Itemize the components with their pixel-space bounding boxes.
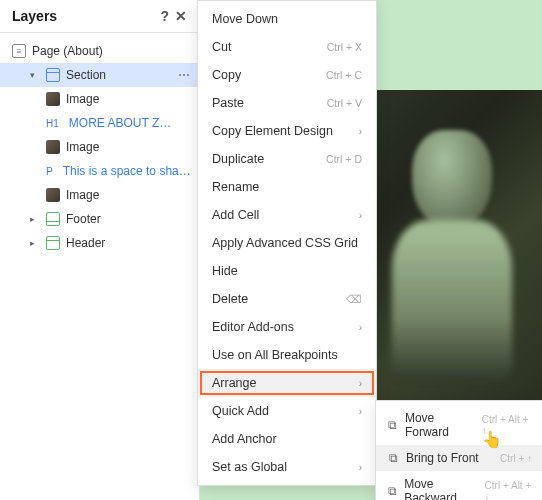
submenu-item-bring-to-front[interactable]: ⧉Bring to FrontCtrl + ↑: [376, 445, 542, 471]
layer-label: This is a space to sha…: [63, 164, 191, 178]
submenu-item-move-forward[interactable]: ⧉Move ForwardCtrl + Alt + ↑: [376, 405, 542, 445]
submenu-item-label: Bring to Front: [406, 451, 479, 465]
submenu-item-move-backward[interactable]: ⧉Move BackwardCtrl + Alt + ↓: [376, 471, 542, 500]
caret-right-icon[interactable]: ▸: [30, 214, 40, 224]
layer-label: Page (About): [32, 44, 103, 58]
image-thumb-icon: [46, 92, 60, 106]
layer-heading[interactable]: H1 MORE ABOUT Z…: [0, 111, 199, 135]
menu-item-label: Copy: [212, 68, 241, 82]
menu-item-label: Editor Add-ons: [212, 320, 294, 334]
page-icon: ≡: [12, 44, 26, 58]
menu-item-label: Duplicate: [212, 152, 264, 166]
chevron-right-icon: ›: [359, 406, 362, 417]
layer-order-icon: ⧉: [386, 451, 400, 465]
menu-item-label: Quick Add: [212, 404, 269, 418]
menu-item-cut[interactable]: CutCtrl + X: [198, 33, 376, 61]
h1-tag-icon: H1: [46, 118, 59, 129]
menu-item-set-as-global[interactable]: Set as Global›: [198, 453, 376, 481]
layer-label: MORE ABOUT Z…: [69, 116, 171, 130]
menu-item-apply-advanced-css-grid[interactable]: Apply Advanced CSS Grid: [198, 229, 376, 257]
chevron-right-icon: ›: [359, 126, 362, 137]
menu-item-label: Copy Element Design: [212, 124, 333, 138]
layer-image[interactable]: Image: [0, 135, 199, 159]
menu-item-editor-add-ons[interactable]: Editor Add-ons›: [198, 313, 376, 341]
layer-label: Image: [66, 188, 99, 202]
layer-paragraph[interactable]: P This is a space to sha…: [0, 159, 199, 183]
panel-title: Layers: [12, 8, 57, 24]
more-icon[interactable]: ⋯: [178, 68, 191, 82]
menu-item-rename[interactable]: Rename: [198, 173, 376, 201]
caret-down-icon[interactable]: ▾: [30, 70, 40, 80]
menu-item-delete[interactable]: Delete⌫: [198, 285, 376, 313]
submenu-shortcut: Ctrl + Alt + ↑: [482, 414, 532, 436]
menu-item-move-down[interactable]: Move Down: [198, 5, 376, 33]
menu-item-paste[interactable]: PasteCtrl + V: [198, 89, 376, 117]
submenu-item-label: Move Backward: [404, 477, 478, 500]
menu-item-label: Apply Advanced CSS Grid: [212, 236, 358, 250]
header-icon: [46, 236, 60, 250]
chevron-right-icon: ›: [359, 210, 362, 221]
caret-right-icon[interactable]: ▸: [30, 238, 40, 248]
menu-item-label: Use on All Breakpoints: [212, 348, 338, 362]
p-tag-icon: P: [46, 166, 53, 177]
image-thumb-icon: [46, 140, 60, 154]
menu-item-copy-element-design[interactable]: Copy Element Design›: [198, 117, 376, 145]
menu-item-add-anchor[interactable]: Add Anchor: [198, 425, 376, 453]
submenu-item-label: Move Forward: [405, 411, 476, 439]
menu-item-add-cell[interactable]: Add Cell›: [198, 201, 376, 229]
layer-footer[interactable]: ▸ Footer: [0, 207, 199, 231]
layer-image[interactable]: Image: [0, 87, 199, 111]
submenu-shortcut: Ctrl + Alt + ↓: [485, 480, 532, 500]
layer-label: Header: [66, 236, 105, 250]
layer-label: Footer: [66, 212, 101, 226]
layer-page[interactable]: ≡ Page (About): [0, 39, 199, 63]
menu-item-label: Paste: [212, 96, 244, 110]
menu-shortcut: Ctrl + C: [326, 69, 362, 81]
layer-section[interactable]: ▾ Section ⋯: [0, 63, 199, 87]
arrange-submenu[interactable]: ⧉Move ForwardCtrl + Alt + ↑⧉Bring to Fro…: [375, 400, 542, 500]
menu-item-label: Move Down: [212, 12, 278, 26]
menu-shortcut: ⌫: [346, 293, 362, 305]
menu-item-copy[interactable]: CopyCtrl + C: [198, 61, 376, 89]
section-icon: [46, 68, 60, 82]
menu-shortcut: Ctrl + D: [326, 153, 362, 165]
menu-item-arrange[interactable]: Arrange›: [198, 369, 376, 397]
image-thumb-icon: [46, 188, 60, 202]
chevron-right-icon: ›: [359, 322, 362, 333]
menu-item-label: Add Cell: [212, 208, 259, 222]
layer-order-icon: ⧉: [386, 484, 398, 498]
chevron-right-icon: ›: [359, 378, 362, 389]
layer-label: Image: [66, 92, 99, 106]
chevron-right-icon: ›: [359, 462, 362, 473]
menu-item-label: Arrange: [212, 376, 256, 390]
menu-shortcut: Ctrl + V: [327, 97, 362, 109]
submenu-shortcut: Ctrl + ↑: [500, 453, 532, 464]
menu-item-label: Rename: [212, 180, 259, 194]
menu-item-label: Delete: [212, 292, 248, 306]
canvas-image: [362, 90, 542, 400]
menu-item-label: Hide: [212, 264, 238, 278]
layer-tree: ≡ Page (About) ▾ Section ⋯ Image H1 MORE…: [0, 33, 199, 261]
layer-header[interactable]: ▸ Header: [0, 231, 199, 255]
menu-item-label: Cut: [212, 40, 231, 54]
layer-order-icon: ⧉: [386, 418, 399, 432]
layers-header: Layers ? ✕: [0, 0, 199, 33]
menu-shortcut: Ctrl + X: [327, 41, 362, 53]
close-icon[interactable]: ✕: [175, 8, 187, 24]
footer-icon: [46, 212, 60, 226]
layer-label: Image: [66, 140, 99, 154]
menu-item-duplicate[interactable]: DuplicateCtrl + D: [198, 145, 376, 173]
menu-item-label: Add Anchor: [212, 432, 277, 446]
context-menu[interactable]: Move DownCutCtrl + XCopyCtrl + CPasteCtr…: [197, 0, 377, 486]
help-icon[interactable]: ?: [160, 8, 169, 24]
layer-label: Section: [66, 68, 106, 82]
menu-item-quick-add[interactable]: Quick Add›: [198, 397, 376, 425]
menu-item-hide[interactable]: Hide: [198, 257, 376, 285]
layer-image[interactable]: Image: [0, 183, 199, 207]
menu-item-use-on-all-breakpoints[interactable]: Use on All Breakpoints: [198, 341, 376, 369]
layers-panel: Layers ? ✕ ≡ Page (About) ▾ Section ⋯ Im…: [0, 0, 200, 500]
menu-item-label: Set as Global: [212, 460, 287, 474]
